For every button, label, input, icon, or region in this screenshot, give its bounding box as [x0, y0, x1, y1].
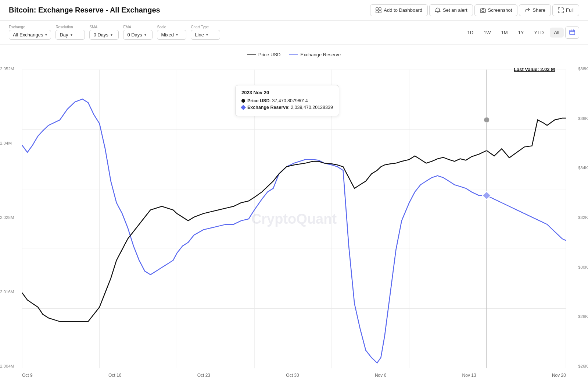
legend-price: Price USD [247, 52, 281, 57]
exchange-select[interactable]: All Exchanges ▾ [9, 30, 51, 40]
header-actions: Add to Dashboard Set an alert Screenshot… [370, 4, 579, 16]
sma-label: SMA [89, 25, 119, 29]
time-ytd-button[interactable]: YTD [530, 28, 548, 38]
y-left-label: 2.028M [0, 215, 20, 220]
y-left-label: 2.052M [0, 67, 20, 71]
y-axis-left: 2.052M 2.04M 2.028M 2.016M 2.004M [0, 67, 20, 368]
reserve-cursor-dot [483, 191, 491, 199]
ema-select[interactable]: 0 Days ▾ [123, 30, 153, 40]
exchange-label: Exchange [9, 25, 51, 29]
y-right-label: $38K [578, 67, 588, 71]
tooltip-date: 2023 Nov 20 [241, 90, 333, 95]
screenshot-button[interactable]: Screenshot [474, 4, 518, 16]
x-axis: Oct 9 Oct 16 Oct 23 Oct 30 Nov 6 Nov 13 … [22, 373, 566, 378]
bell-icon [435, 7, 441, 13]
camera-icon [480, 7, 486, 13]
dashboard-icon [376, 7, 381, 13]
svg-rect-6 [570, 30, 575, 35]
x-label-oct9: Oct 9 [22, 373, 33, 378]
x-label-nov13: Nov 13 [462, 373, 476, 378]
exchange-reserve-line [22, 99, 566, 363]
chevron-down-icon: ▾ [111, 33, 112, 37]
x-label-oct16: Oct 16 [108, 373, 121, 378]
y-right-label: $32K [578, 215, 588, 220]
svg-rect-1 [379, 8, 381, 10]
ema-label: EMA [123, 25, 153, 29]
price-line-indicator [247, 54, 256, 55]
y-left-label: 2.04M [0, 141, 20, 145]
ema-control: EMA 0 Days ▾ [123, 25, 153, 40]
svg-rect-3 [379, 11, 381, 13]
chart-svg-area: CryptoQuant 2023 Nov 20 Price USD: 37,47… [22, 70, 566, 368]
share-icon [524, 7, 530, 13]
tooltip-reserve-row: Exchange Reserve: 2,039,470.20128339 [241, 105, 333, 110]
y-left-label: 2.004M [0, 364, 20, 368]
price-cursor-dot [484, 117, 490, 123]
fullscreen-icon [558, 7, 564, 13]
chevron-down-icon: ▾ [206, 33, 208, 37]
scale-label: Scale [157, 25, 186, 29]
svg-rect-2 [376, 11, 378, 13]
time-all-button[interactable]: All [550, 28, 564, 38]
resolution-control: Resolution Day ▾ [55, 25, 85, 40]
legend-reserve: Exchange Reserve [289, 52, 341, 57]
page-title: Bitcoin: Exchange Reserve - All Exchange… [9, 6, 160, 14]
header: Bitcoin: Exchange Reserve - All Exchange… [0, 0, 588, 21]
time-1m-button[interactable]: 1M [497, 28, 512, 38]
y-right-label: $30K [578, 265, 588, 269]
share-button[interactable]: Share [519, 4, 551, 16]
chart-type-label: Chart Type [191, 25, 220, 29]
y-left-label: 2.016M [0, 290, 20, 294]
y-right-label: $36K [578, 116, 588, 121]
calendar-button[interactable] [565, 26, 579, 39]
add-dashboard-button[interactable]: Add to Dashboard [370, 4, 428, 16]
chart-type-control: Chart Type Line ▾ [191, 25, 220, 40]
x-label-nov6: Nov 6 [375, 373, 386, 378]
reserve-line-indicator [289, 54, 298, 55]
chart-tooltip: 2023 Nov 20 Price USD: 37,470.80798014 E… [235, 85, 339, 116]
reserve-diamond-icon [241, 105, 246, 110]
tooltip-price-row: Price USD: 37,470.80798014 [241, 98, 333, 103]
y-right-label: $26K [578, 364, 588, 368]
sma-select[interactable]: 0 Days ▾ [89, 30, 119, 40]
svg-rect-0 [376, 8, 378, 10]
time-1d-button[interactable]: 1D [463, 28, 478, 38]
resolution-select[interactable]: Day ▾ [55, 30, 85, 40]
svg-point-5 [482, 10, 484, 12]
sma-control: SMA 0 Days ▾ [89, 25, 119, 40]
full-button[interactable]: Full [552, 4, 579, 16]
controls-right: 1D 1W 1M 1Y YTD All [463, 26, 579, 39]
chevron-down-icon: ▾ [144, 33, 146, 37]
chevron-down-icon: ▾ [45, 33, 47, 37]
exchange-control: Exchange All Exchanges ▾ [9, 25, 51, 40]
chart-container: Price USD Exchange Reserve Last Value: 2… [0, 45, 588, 379]
x-label-nov20: Nov 20 [552, 373, 566, 378]
y-right-label: $28K [578, 314, 588, 319]
scale-control: Scale Mixed ▾ [157, 25, 186, 40]
set-alert-button[interactable]: Set an alert [429, 4, 473, 16]
scale-select[interactable]: Mixed ▾ [157, 30, 186, 40]
chart-legend: Price USD Exchange Reserve [9, 52, 579, 57]
time-1w-button[interactable]: 1W [479, 28, 495, 38]
price-usd-line [22, 118, 566, 322]
controls-left: Exchange All Exchanges ▾ Resolution Day … [9, 25, 220, 40]
x-label-oct23: Oct 23 [197, 373, 210, 378]
price-dot-icon [241, 99, 245, 103]
x-label-oct30: Oct 30 [286, 373, 299, 378]
chart-type-select[interactable]: Line ▾ [191, 30, 220, 40]
chevron-down-icon: ▾ [176, 33, 178, 37]
controls-bar: Exchange All Exchanges ▾ Resolution Day … [0, 21, 588, 45]
y-right-label: $34K [578, 166, 588, 170]
resolution-label: Resolution [55, 25, 85, 29]
calendar-icon [569, 29, 575, 35]
y-axis-right: $38K $36K $34K $32K $30K $28K $26K [568, 67, 588, 368]
chevron-down-icon: ▾ [71, 33, 72, 37]
time-1y-button[interactable]: 1Y [514, 28, 528, 38]
